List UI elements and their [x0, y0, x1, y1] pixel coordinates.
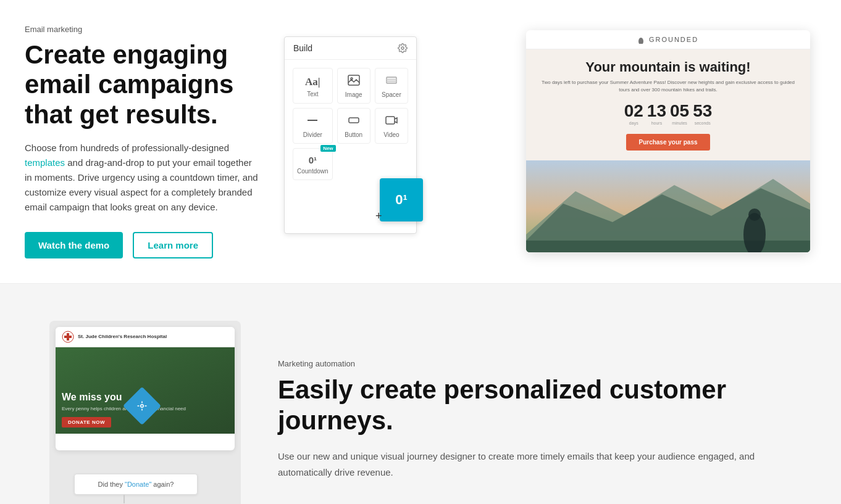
video-icon [385, 115, 398, 129]
hospital-header: St. Jude Children's Research Hospital [56, 327, 235, 347]
divider-icon [306, 115, 319, 129]
spacer-icon [385, 75, 398, 89]
section-label-2: Marketing automation [278, 359, 804, 368]
svg-rect-1 [348, 75, 359, 85]
templates-link[interactable]: templates [25, 157, 65, 168]
button-group: Watch the demo Learn more [25, 232, 259, 258]
image-label: Image [345, 91, 362, 98]
workflow-question-text-before: Did they [98, 481, 125, 488]
main-heading-2: Easily create personalized customer jour… [278, 374, 804, 437]
right-text: Marketing automation Easily create perso… [278, 359, 804, 481]
countdown-icon: 0¹ [309, 155, 317, 165]
countdown-hours-num: 13 [647, 101, 666, 121]
builder-items-grid: Aa| Text Image [285, 60, 416, 188]
right-content: Build Aa| Text [284, 36, 804, 246]
svg-rect-3 [387, 77, 396, 83]
text-icon: Aa| [305, 76, 320, 88]
left-content: Email marketing Create engaging email ca… [25, 25, 284, 258]
countdown-minutes-num: 05 [670, 101, 689, 121]
countdown-hours-label: hours [647, 121, 666, 125]
countdown-days-label: days [624, 121, 643, 125]
email-cta-button[interactable]: Purchase your pass [626, 134, 709, 151]
watch-demo-button[interactable]: Watch the demo [25, 232, 123, 258]
diamond-inner-icon [128, 392, 156, 419]
countdown-hours: 13 hours [647, 101, 666, 125]
workflow-question-text-after: again? [151, 481, 174, 488]
diamond-node [123, 387, 161, 425]
new-badge: New [320, 145, 335, 152]
countdown-widget-text: 0¹ [395, 193, 408, 207]
hospital-name: St. Jude Children's Research Hospital [78, 334, 167, 340]
email-marketing-section: Email marketing Create engaging email ca… [0, 0, 841, 284]
builder-item-countdown[interactable]: New 0¹ Countdown [293, 148, 333, 180]
countdown-seconds-label: seconds [693, 121, 712, 125]
desc-before-link: Choose from hundreds of professionally-d… [25, 143, 229, 153]
countdown-days: 02 days [624, 101, 643, 125]
builder-item-divider[interactable]: Divider [293, 108, 333, 144]
svg-rect-13 [526, 241, 810, 252]
svg-point-19 [141, 405, 144, 408]
section-label: Email marketing [25, 25, 259, 34]
gear-icon[interactable] [398, 43, 408, 53]
button-icon [348, 115, 360, 129]
button-label: Button [345, 131, 362, 138]
text-label: Text [307, 91, 318, 97]
divider-label: Divider [303, 131, 322, 138]
builder-title: Build [293, 43, 312, 53]
email-preview: GROUNDED Your mountain is waiting! Two d… [526, 30, 810, 252]
svg-point-15 [748, 209, 761, 221]
email-logo-area: GROUNDED [638, 35, 698, 44]
countdown-seconds: 53 seconds [693, 101, 712, 125]
builder-item-video[interactable]: Video [375, 108, 408, 144]
main-heading: Create engaging email campaigns that get… [25, 40, 259, 130]
learn-more-button[interactable]: Learn more [133, 232, 213, 258]
svg-point-0 [401, 47, 404, 49]
marketing-automation-section: St. Jude Children's Research Hospital We… [0, 284, 841, 504]
svg-rect-7 [349, 118, 359, 123]
svg-point-9 [638, 38, 643, 44]
workflow-area: Did they "Donate" again? Yes No [62, 406, 241, 504]
countdown-days-num: 02 [624, 101, 643, 121]
countdown-seconds-num: 53 [693, 101, 712, 121]
email-preview-header: GROUNDED [526, 30, 810, 49]
email-preview-title: Your mountain is waiting! [538, 59, 798, 75]
spacer-label: Spacer [382, 91, 401, 98]
countdown-minutes: 05 minutes [670, 101, 689, 125]
email-preview-image [526, 160, 810, 252]
brand-name: GROUNDED [649, 36, 698, 43]
journey-image-area: St. Jude Children's Research Hospital We… [49, 321, 241, 504]
countdown-widget: 0¹ [380, 178, 423, 221]
description-2: Use our new and unique visual journey de… [278, 448, 804, 480]
countdown-area: 02 days 13 hours 05 minutes 53 seconds [538, 101, 798, 125]
workflow-question: Did they "Donate" again? [74, 474, 198, 495]
email-preview-body: Your mountain is waiting! Two days left … [526, 49, 810, 160]
svg-rect-18 [64, 336, 72, 338]
video-label: Video [383, 131, 399, 138]
builder-item-image[interactable]: Image [337, 68, 370, 104]
builder-header: Build [285, 37, 416, 60]
builder-item-spacer[interactable]: Spacer [375, 68, 408, 104]
plus-cursor: + [375, 210, 382, 223]
svg-rect-8 [386, 117, 395, 124]
image-icon [348, 75, 360, 89]
workflow-quote: "Donate" [125, 481, 151, 488]
countdown-minutes-label: minutes [670, 121, 689, 125]
description: Choose from hundreds of professionally-d… [25, 141, 259, 215]
builder-item-button[interactable]: Button [337, 108, 370, 144]
hospital-logo: St. Jude Children's Research Hospital [62, 331, 167, 343]
builder-item-text[interactable]: Aa| Text [293, 68, 333, 104]
email-preview-desc: Two days left to purchase your Summer Ad… [538, 79, 798, 94]
countdown-label: Countdown [297, 168, 328, 175]
